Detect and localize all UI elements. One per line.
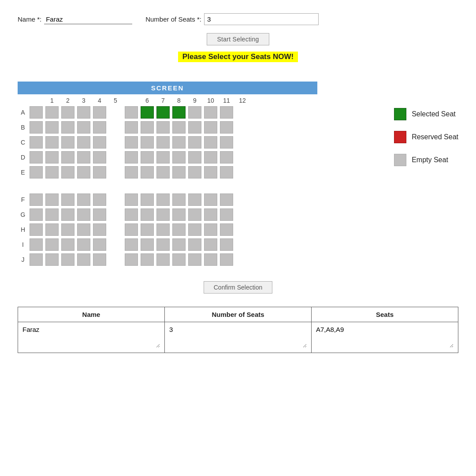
seat-I11[interactable] [204,238,217,251]
seat-C12[interactable] [220,136,233,149]
seat-A7[interactable] [141,106,154,119]
seat-A10[interactable] [188,106,201,119]
seat-C7[interactable] [141,136,154,149]
seat-A4[interactable] [77,106,90,119]
seat-C10[interactable] [188,136,201,149]
seat-B10[interactable] [188,121,201,134]
seat-E10[interactable] [188,166,201,178]
seat-I5[interactable] [93,238,106,251]
seat-B7[interactable] [141,121,154,134]
table-seats-input[interactable]: 3 [169,326,307,348]
seat-D10[interactable] [188,151,201,164]
seat-J9[interactable] [172,253,186,266]
seat-D3[interactable] [61,151,74,164]
seat-D1[interactable] [30,151,43,164]
seat-H11[interactable] [204,223,217,236]
seat-A5[interactable] [93,106,106,119]
seat-A2[interactable] [45,106,59,119]
seat-H6[interactable] [125,223,138,236]
seat-E2[interactable] [45,166,59,178]
seat-G12[interactable] [220,208,233,221]
seat-A12[interactable] [220,106,233,119]
seat-G7[interactable] [141,208,154,221]
seat-I1[interactable] [30,238,43,251]
seat-I3[interactable] [61,238,74,251]
seat-C1[interactable] [30,136,43,149]
seat-B11[interactable] [204,121,217,134]
seat-H1[interactable] [30,223,43,236]
confirm-selection-button[interactable]: Confirm Selection [204,281,273,294]
seat-F9[interactable] [172,193,186,206]
seat-J2[interactable] [45,253,59,266]
seat-B9[interactable] [172,121,186,134]
seat-H8[interactable] [156,223,170,236]
seat-H12[interactable] [220,223,233,236]
seat-I12[interactable] [220,238,233,251]
seat-J10[interactable] [188,253,201,266]
seat-F7[interactable] [141,193,154,206]
seat-I10[interactable] [188,238,201,251]
seat-I2[interactable] [45,238,59,251]
seat-D5[interactable] [93,151,106,164]
seat-C9[interactable] [172,136,186,149]
seat-E5[interactable] [93,166,106,178]
seat-J6[interactable] [125,253,138,266]
seat-A6[interactable] [125,106,138,119]
seat-B2[interactable] [45,121,59,134]
seat-C11[interactable] [204,136,217,149]
seat-E3[interactable] [61,166,74,178]
table-seat-list-input[interactable]: A7,A8,A9 [316,326,454,348]
seat-E4[interactable] [77,166,90,178]
seat-E8[interactable] [156,166,170,178]
seat-H9[interactable] [172,223,186,236]
seat-E1[interactable] [30,166,43,178]
seat-F6[interactable] [125,193,138,206]
seat-F5[interactable] [93,193,106,206]
seat-D4[interactable] [77,151,90,164]
seat-D11[interactable] [204,151,217,164]
seat-I6[interactable] [125,238,138,251]
seat-C5[interactable] [93,136,106,149]
seat-J3[interactable] [61,253,74,266]
seat-B12[interactable] [220,121,233,134]
seat-F11[interactable] [204,193,217,206]
seat-F10[interactable] [188,193,201,206]
seat-A1[interactable] [30,106,43,119]
seat-C2[interactable] [45,136,59,149]
seat-D9[interactable] [172,151,186,164]
seat-H5[interactable] [93,223,106,236]
seat-J8[interactable] [156,253,170,266]
seat-E12[interactable] [220,166,233,178]
seat-B5[interactable] [93,121,106,134]
seat-J4[interactable] [77,253,90,266]
seat-D8[interactable] [156,151,170,164]
seat-E9[interactable] [172,166,186,178]
seat-J11[interactable] [204,253,217,266]
seat-E6[interactable] [125,166,138,178]
seat-I7[interactable] [141,238,154,251]
seat-J7[interactable] [141,253,154,266]
seat-A8[interactable] [156,106,170,119]
seats-input[interactable] [204,13,319,25]
seat-A3[interactable] [61,106,74,119]
seat-F3[interactable] [61,193,74,206]
seat-A11[interactable] [204,106,217,119]
seat-C3[interactable] [61,136,74,149]
seat-F4[interactable] [77,193,90,206]
seat-J5[interactable] [93,253,106,266]
seat-F8[interactable] [156,193,170,206]
seat-H3[interactable] [61,223,74,236]
seat-B3[interactable] [61,121,74,134]
seat-F2[interactable] [45,193,59,206]
seat-D2[interactable] [45,151,59,164]
name-input[interactable] [44,15,132,24]
seat-G1[interactable] [30,208,43,221]
table-name-input[interactable]: Faraz [22,326,160,348]
seat-G2[interactable] [45,208,59,221]
seat-G5[interactable] [93,208,106,221]
seat-H4[interactable] [77,223,90,236]
seat-F12[interactable] [220,193,233,206]
seat-C4[interactable] [77,136,90,149]
seat-C8[interactable] [156,136,170,149]
seat-C6[interactable] [125,136,138,149]
